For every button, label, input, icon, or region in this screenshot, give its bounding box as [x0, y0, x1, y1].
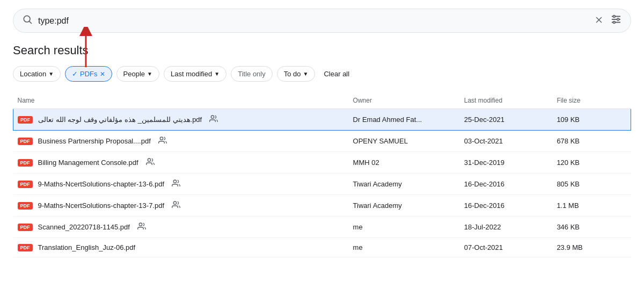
search-input[interactable]	[38, 16, 589, 26]
col-header-owner: Owner	[353, 92, 464, 109]
cell-size: 346 KB	[557, 217, 631, 238]
table-row[interactable]: PDF Translation_English_Juz-06.pdf me07-…	[13, 238, 631, 257]
cell-name: PDF 9-Maths-NcertSolutions-chapter-13-7.…	[13, 195, 353, 217]
table-row[interactable]: PDF هديتي للمسلمين_ هذه مؤلفاتي وقف لوجه…	[13, 109, 631, 131]
search-options-icon[interactable]	[610, 13, 622, 28]
svg-point-15	[173, 201, 176, 204]
filter-last-modified[interactable]: Last modified ▼	[164, 66, 226, 82]
chevron-down-icon: ▼	[214, 71, 219, 77]
filter-pdfs[interactable]: ✓ PDFs ✕	[65, 66, 112, 82]
filter-location-label: Location	[20, 70, 46, 78]
cell-modified: 25-Dec-2021	[464, 109, 557, 131]
filters-bar: Location ▼ ✓ PDFs ✕ People ▼ Last modifi…	[13, 66, 631, 82]
search-clear-icon[interactable]	[594, 15, 604, 26]
shared-icon	[146, 157, 155, 168]
pdf-icon: PDF	[18, 224, 33, 231]
cell-modified: 07-Oct-2021	[464, 238, 557, 257]
search-bar[interactable]	[13, 9, 631, 33]
cell-size: 1.1 MB	[557, 195, 631, 217]
cell-name: PDF 9-Maths-NcertSolutions-chapter-13-6.…	[13, 174, 353, 195]
filter-people[interactable]: People ▼	[116, 66, 159, 82]
cell-size: 109 KB	[557, 109, 631, 131]
filter-people-label: People	[123, 70, 145, 78]
shared-icon	[158, 136, 167, 146]
clear-all-button[interactable]: Clear all	[319, 67, 354, 81]
cell-owner: Dr Emad Ahmed Fat...	[353, 109, 464, 131]
col-header-modified: Last modified	[464, 92, 557, 109]
page-title: Search results	[13, 44, 631, 57]
cell-modified: 03-Oct-2021	[464, 131, 557, 152]
chevron-down-icon: ▼	[303, 71, 309, 77]
chevron-down-icon: ▼	[147, 71, 152, 77]
cell-owner: MMH 02	[353, 152, 464, 174]
cell-size: 23.9 MB	[557, 238, 631, 257]
cell-owner: Tiwari Academy	[353, 174, 464, 195]
filter-to-do[interactable]: To do ▼	[277, 66, 316, 82]
file-name: Business Partnership Proposal....pdf	[38, 137, 151, 145]
table-row[interactable]: PDF Billing Management Console.pdf MMH 0…	[13, 152, 631, 174]
file-name: Scanned_20220718-1145.pdf	[38, 223, 130, 231]
table-header-row: Name Owner Last modified File size	[13, 92, 631, 109]
pdf-icon: PDF	[18, 181, 33, 188]
pdf-icon: PDF	[18, 138, 33, 145]
cell-owner: me	[353, 238, 464, 257]
check-icon: ✓	[72, 70, 78, 78]
svg-point-16	[139, 223, 142, 226]
svg-point-0	[24, 16, 30, 22]
filter-pdfs-label: PDFs	[80, 70, 98, 78]
filter-last-modified-label: Last modified	[171, 70, 212, 78]
svg-point-7	[613, 16, 616, 18]
clear-all-label: Clear all	[324, 70, 349, 78]
cell-modified: 16-Dec-2016	[464, 174, 557, 195]
cell-modified: 16-Dec-2016	[464, 195, 557, 217]
cell-name: PDF Billing Management Console.pdf	[13, 152, 353, 174]
pdf-icon: PDF	[18, 244, 33, 251]
table-row[interactable]: PDF 9-Maths-NcertSolutions-chapter-13-6.…	[13, 174, 631, 195]
cell-owner: Tiwari Academy	[353, 195, 464, 217]
file-name: Translation_English_Juz-06.pdf	[38, 243, 136, 251]
filter-title-only-label: Title only	[238, 70, 266, 78]
cell-modified: 31-Dec-2019	[464, 152, 557, 174]
svg-point-8	[617, 18, 619, 20]
svg-point-11	[211, 116, 214, 118]
svg-point-12	[160, 137, 163, 140]
cell-modified: 18-Jul-2022	[464, 217, 557, 238]
cell-size: 120 KB	[557, 152, 631, 174]
cell-owner: OPENY SAMUEL	[353, 131, 464, 152]
svg-line-1	[30, 21, 32, 24]
col-header-size: File size	[557, 92, 631, 109]
shared-icon	[172, 200, 180, 211]
cell-size: 805 KB	[557, 174, 631, 195]
table-row[interactable]: PDF 9-Maths-NcertSolutions-chapter-13-7.…	[13, 195, 631, 217]
shared-icon	[209, 114, 218, 125]
svg-point-9	[613, 21, 616, 24]
svg-point-14	[173, 180, 176, 183]
filter-location[interactable]: Location ▼	[13, 66, 61, 82]
filter-pdfs-close-icon[interactable]: ✕	[100, 70, 105, 78]
cell-owner: me	[353, 217, 464, 238]
search-icon	[22, 14, 33, 27]
pdf-icon: PDF	[18, 202, 33, 210]
chevron-down-icon: ▼	[48, 71, 54, 77]
svg-point-13	[148, 159, 150, 161]
filter-to-do-label: To do	[284, 70, 301, 78]
file-name: Billing Management Console.pdf	[38, 159, 138, 167]
cell-name: PDF هديتي للمسلمين_ هذه مؤلفاتي وقف لوجه…	[13, 109, 353, 131]
file-name: 9-Maths-NcertSolutions-chapter-13-6.pdf	[38, 180, 165, 188]
file-name: 9-Maths-NcertSolutions-chapter-13-7.pdf	[38, 201, 165, 210]
cell-name: PDF Business Partnership Proposal....pdf	[13, 131, 353, 152]
col-header-name: Name	[13, 92, 353, 109]
pdf-icon: PDF	[18, 116, 33, 124]
results-table: Name Owner Last modified File size PDF ه…	[13, 92, 631, 257]
cell-name: PDF Scanned_20220718-1145.pdf	[13, 217, 353, 238]
cell-name: PDF Translation_English_Juz-06.pdf	[13, 238, 353, 257]
table-row[interactable]: PDF Business Partnership Proposal....pdf…	[13, 131, 631, 152]
shared-icon	[172, 179, 180, 189]
table-row[interactable]: PDF Scanned_20220718-1145.pdf me18-Jul-2…	[13, 217, 631, 238]
cell-size: 678 KB	[557, 131, 631, 152]
filter-title-only[interactable]: Title only	[231, 66, 273, 82]
file-name: هديتي للمسلمين_ هذه مؤلفاتي وقف لوجه الل…	[38, 116, 202, 124]
pdf-icon: PDF	[18, 159, 33, 167]
shared-icon	[137, 222, 146, 232]
